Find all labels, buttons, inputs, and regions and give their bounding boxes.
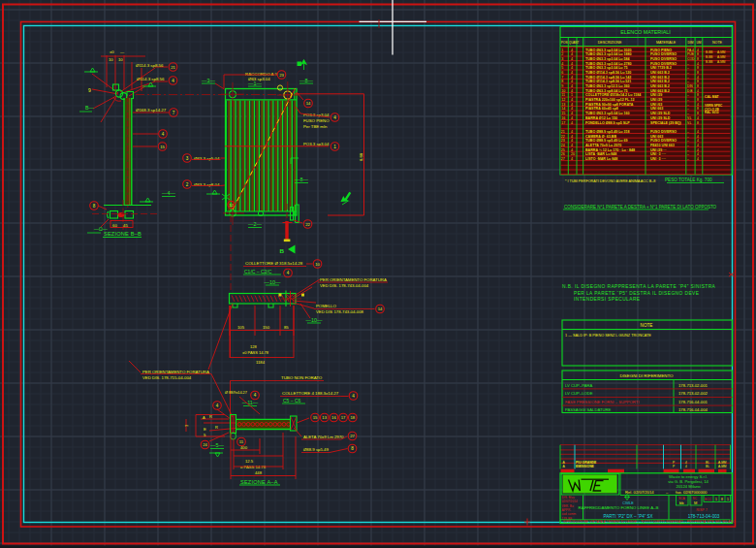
svg-text:3: 3 bbox=[186, 156, 189, 161]
svg-text:Ø114.3 sp8.56: Ø114.3 sp8.56 bbox=[136, 63, 164, 68]
svg-text:TUBO Ø63.3 sp12.5 Lu 360: TUBO Ø63.3 sp12.5 Lu 360 bbox=[585, 84, 630, 88]
svg-text:1: 1 bbox=[561, 48, 563, 52]
svg-text:SEZIONE B–B: SEZIONE B–B bbox=[104, 231, 142, 237]
svg-text:11: 11 bbox=[239, 439, 244, 444]
svg-text:PUB: PUB bbox=[687, 52, 695, 56]
svg-text:4: 4 bbox=[571, 121, 573, 125]
svg-text:9: 9 bbox=[561, 84, 563, 88]
svg-text:Ø63.3 sp8.04: Ø63.3 sp8.04 bbox=[194, 182, 220, 187]
svg-text:4: 4 bbox=[697, 89, 699, 93]
svg-text:RACCORDO A Y: RACCORDO A Y bbox=[245, 72, 277, 77]
svg-text:RAL 9010: RAL 9010 bbox=[705, 111, 719, 114]
svg-text:Rel. 02/07/2014: Rel. 02/07/2014 bbox=[625, 490, 654, 495]
svg-text:45: 45 bbox=[123, 223, 128, 228]
svg-text:1: 1 bbox=[715, 498, 717, 501]
svg-text:14: 14 bbox=[378, 306, 383, 311]
svg-text:4: 4 bbox=[571, 116, 573, 120]
svg-text:B-BB: B-BB bbox=[706, 55, 712, 59]
svg-text:4: 4 bbox=[571, 135, 573, 139]
svg-text:PARTI “P2” DX – “P4” SX: PARTI “P2” DX – “P4” SX bbox=[604, 514, 653, 519]
svg-text:VED DIS. 178-715-04-004: VED DIS. 178-715-04-004 bbox=[142, 375, 192, 380]
svg-text:LV CUP–PARA: LV CUP–PARA bbox=[565, 383, 592, 388]
svg-text:COLLETTORE Ø318x14.2 Lu 1184: COLLETTORE Ø318x14.2 Lu 1184 bbox=[585, 93, 641, 97]
svg-text:CAMERA Ø· 63-BB: CAMERA Ø· 63-BB bbox=[585, 135, 616, 139]
svg-text:4: 4 bbox=[697, 103, 699, 107]
svg-text:FUSO DIVERSO: FUSO DIVERSO bbox=[650, 62, 677, 66]
svg-text:BL: BL bbox=[706, 461, 709, 465]
svg-text:ALETTA 70x9 Lu 2970: ALETTA 70x9 Lu 2970 bbox=[585, 144, 621, 147]
svg-text:* I TUBI PERFORATI DEVONO AVER: * I TUBI PERFORATI DEVONO AVERE ANIMA AC… bbox=[565, 179, 655, 183]
svg-text:–: – bbox=[687, 157, 689, 161]
svg-text:7: 7 bbox=[561, 76, 563, 80]
svg-text:4: 4 bbox=[697, 152, 699, 156]
svg-text:8: 8 bbox=[697, 66, 699, 70]
svg-text:4: 4 bbox=[162, 132, 165, 137]
svg-text:Ø63.3 sp5.04: Ø63.3 sp5.04 bbox=[194, 156, 220, 161]
svg-text:FUSO DIVERSO: FUSO DIVERSO bbox=[650, 139, 677, 143]
svg-text:EMISSIONE: EMISSIONE bbox=[576, 465, 595, 468]
svg-text:22: 22 bbox=[561, 135, 565, 139]
svg-text:CAL MAT: CAL MAT bbox=[705, 95, 719, 99]
svg-text:18: 18 bbox=[350, 415, 355, 420]
svg-text:C1/C – C2/C: C1/C – C2/C bbox=[244, 269, 272, 274]
svg-text:8: 8 bbox=[721, 498, 723, 501]
svg-text:8: 8 bbox=[697, 121, 699, 125]
svg-text:FUSO PIENO: FUSO PIENO bbox=[650, 48, 672, 52]
svg-text:4: 4 bbox=[685, 465, 687, 468]
svg-text:15: 15 bbox=[160, 145, 165, 149]
svg-text:178-713-02-001: 178-713-02-001 bbox=[678, 383, 708, 388]
svg-text:BARRA ¾ 12 Lu 170 · Lu · 848: BARRA ¾ 12 Lu 170 · Lu · 848 bbox=[585, 148, 635, 152]
svg-text:ECC: ECC bbox=[705, 498, 711, 501]
svg-text:—4—: —4— bbox=[162, 190, 175, 196]
svg-text:FUSO PIENO: FUSO PIENO bbox=[303, 118, 330, 123]
svg-text:BARRA Ø12 Lu 150: BARRA Ø12 Lu 150 bbox=[585, 116, 617, 120]
svg-text:27: 27 bbox=[350, 434, 355, 438]
svg-text:—8—: —8— bbox=[295, 177, 308, 182]
svg-text:—11—: —11— bbox=[242, 400, 259, 405]
svg-text:8: 8 bbox=[697, 71, 699, 75]
svg-text:BL: BL bbox=[706, 465, 709, 468]
svg-text:178-713-04-003: 178-713-04-003 bbox=[688, 514, 720, 519]
svg-text:A-MM: A-MM bbox=[717, 50, 726, 54]
svg-text:RAFFREDDAMENTO FORNO LINEE A–B: RAFFREDDAMENTO FORNO LINEE A–B bbox=[579, 505, 659, 510]
svg-text:17: 17 bbox=[341, 415, 346, 420]
svg-text:UNI /29 SLD: UNI /29 SLD bbox=[650, 116, 671, 120]
svg-text:–: – bbox=[687, 80, 689, 83]
svg-text:UNI 663 B.2: UNI 663 B.2 bbox=[650, 71, 670, 75]
svg-text:—10—: —10— bbox=[306, 317, 323, 323]
svg-text:4: 4 bbox=[697, 139, 699, 143]
svg-text:D.B: D.B bbox=[687, 89, 693, 93]
svg-text:TUBO Ø63.3 sp5.04 Lu 160: TUBO Ø63.3 sp5.04 Lu 160 bbox=[585, 112, 630, 115]
svg-text:±0: ±0 bbox=[110, 49, 114, 54]
svg-text:PIASTRA 90x90 sp8 FORATA: PIASTRA 90x90 sp8 FORATA bbox=[585, 103, 634, 107]
svg-text:UNI /63: UNI /63 bbox=[650, 103, 662, 107]
svg-text:8.88: 8.88 bbox=[359, 152, 363, 161]
svg-text:4: 4 bbox=[352, 394, 355, 399]
svg-text:4: 4 bbox=[697, 76, 699, 80]
svg-text:4: 4 bbox=[685, 461, 687, 465]
svg-text:13: 13 bbox=[322, 415, 327, 420]
svg-text:TUBO Ø63.3 sp3.04 Lu 3020: TUBO Ø63.3 sp3.04 Lu 3020 bbox=[585, 48, 632, 52]
svg-text:24: 24 bbox=[561, 144, 565, 147]
svg-text:8: 8 bbox=[697, 80, 699, 83]
svg-text:R: R bbox=[209, 414, 212, 419]
svg-text:M: M bbox=[694, 500, 697, 505]
svg-text:1184: 1184 bbox=[256, 360, 266, 365]
svg-text:P: P bbox=[673, 461, 675, 465]
svg-text:E: E bbox=[204, 427, 206, 432]
svg-text:COD: COD bbox=[687, 57, 695, 61]
svg-text:FUSO DIVERSO: FUSO DIVERSO bbox=[650, 130, 677, 134]
svg-text:2: 2 bbox=[186, 182, 189, 187]
svg-text:17: 17 bbox=[561, 121, 565, 125]
svg-text:QUANT: QUANT bbox=[569, 41, 580, 45]
svg-text:150: 150 bbox=[263, 325, 270, 330]
svg-text:4: 4 bbox=[571, 112, 573, 115]
svg-text:TUBO Ø88.9 sp5.49 Lu 318: TUBO Ø88.9 sp5.49 Lu 318 bbox=[585, 130, 630, 134]
svg-text:10: 10 bbox=[315, 262, 320, 267]
svg-text:16: 16 bbox=[561, 116, 565, 120]
svg-text:LISTA ·BAR Lu 848: LISTA ·BAR Lu 848 bbox=[585, 152, 616, 156]
svg-text:26: 26 bbox=[561, 152, 565, 156]
svg-text:SPECIALE (29 BQ): SPECIALE (29 BQ) bbox=[650, 121, 682, 125]
svg-text:–: – bbox=[687, 93, 689, 97]
svg-text:4: 4 bbox=[571, 107, 573, 111]
